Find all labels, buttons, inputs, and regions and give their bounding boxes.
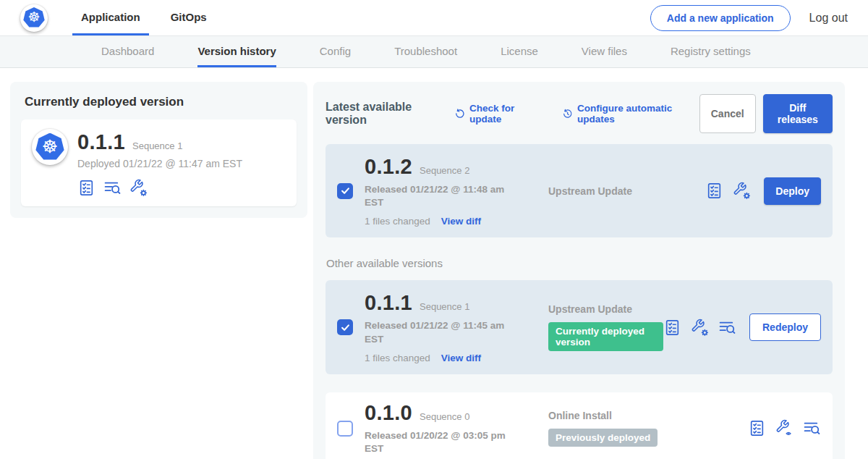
config-settings-icon[interactable] xyxy=(129,179,148,197)
version-source-label: Upstream Update xyxy=(548,185,705,197)
deployed-sequence-label: Sequence 1 xyxy=(132,140,182,151)
deployed-version-card: ☸ 0.1.1 Sequence 1 Deployed 01/21/22 @ 1… xyxy=(21,119,297,206)
deployed-timestamp: Deployed 01/21/22 @ 11:47 am EST xyxy=(77,158,242,169)
version-number: 0.1.1 xyxy=(365,291,412,315)
preflight-checks-icon[interactable] xyxy=(705,182,723,200)
version-number: 0.1.2 xyxy=(365,155,412,179)
tab-view-files[interactable]: View files xyxy=(582,36,627,67)
check-for-update-link[interactable]: Check for update xyxy=(454,103,542,125)
files-changed-label: 1 files changed xyxy=(365,353,430,363)
tab-config[interactable]: Config xyxy=(320,36,351,67)
refresh-icon xyxy=(454,108,465,120)
version-number: 0.1.0 xyxy=(365,401,412,425)
previously-deployed-badge: Previously deployed xyxy=(548,429,658,447)
version-checkbox[interactable] xyxy=(337,183,353,199)
tab-license[interactable]: License xyxy=(501,36,538,67)
deploy-logs-icon[interactable] xyxy=(103,179,122,197)
latest-available-title: Latest available version xyxy=(326,101,444,127)
sequence-label: Sequence 2 xyxy=(420,165,469,176)
currently-deployed-title: Currently deployed version xyxy=(25,95,297,109)
configure-updates-label: Configure automatic updates xyxy=(577,103,699,125)
redeploy-button[interactable]: Redeploy xyxy=(749,313,821,341)
tab-troubleshoot[interactable]: Troubleshoot xyxy=(394,36,457,67)
cancel-button[interactable]: Cancel xyxy=(699,94,756,133)
available-versions-panel: Latest available version Check for updat… xyxy=(313,82,845,459)
kubernetes-logo-icon: ☸ xyxy=(20,4,48,32)
sequence-label: Sequence 1 xyxy=(420,301,469,312)
config-settings-icon[interactable] xyxy=(733,182,751,200)
app-sub-nav: Dashboard Version history Config Trouble… xyxy=(0,36,868,68)
files-changed-label: 1 files changed xyxy=(365,216,430,227)
preflight-checks-icon[interactable] xyxy=(663,319,681,337)
top-nav: ☸ Application GitOps Add a new applicati… xyxy=(0,0,868,36)
version-checkbox[interactable] xyxy=(337,421,353,437)
view-diff-link[interactable]: View diff xyxy=(441,353,481,363)
deployed-version-number: 0.1.1 xyxy=(77,130,125,154)
released-timestamp: Released 01/20/22 @ 03:05 pm EST xyxy=(365,429,513,455)
app-logo: ☸ xyxy=(20,4,48,32)
version-row-0-1-0: 0.1.0 Sequence 0 Released 01/20/22 @ 03:… xyxy=(326,392,833,459)
released-timestamp: Released 01/21/22 @ 11:45 am EST xyxy=(365,319,513,345)
version-row-0-1-1: 0.1.1 Sequence 1 Released 01/21/22 @ 11:… xyxy=(326,280,833,374)
version-source-label: Upstream Update xyxy=(548,303,663,315)
kubernetes-app-icon: ☸ xyxy=(32,129,68,165)
version-checkbox[interactable] xyxy=(337,319,353,335)
diff-releases-button[interactable]: Diff releases xyxy=(763,94,833,133)
tab-registry-settings[interactable]: Registry settings xyxy=(671,36,751,67)
logout-button[interactable]: Log out xyxy=(809,12,848,25)
other-available-versions-title: Other available versions xyxy=(326,257,833,269)
currently-deployed-panel: Currently deployed version ☸ 0.1.1 Seque… xyxy=(10,82,307,218)
clock-refresh-icon xyxy=(562,108,573,120)
preflight-checks-icon[interactable] xyxy=(77,179,95,197)
main-content: Currently deployed version ☸ 0.1.1 Seque… xyxy=(0,68,868,459)
deploy-logs-icon[interactable] xyxy=(803,419,821,437)
add-new-application-button[interactable]: Add a new application xyxy=(650,5,791,31)
currently-deployed-badge: Currently deployed version xyxy=(548,322,663,351)
tab-application[interactable]: Application xyxy=(72,0,149,35)
configure-automatic-updates-link[interactable]: Configure automatic updates xyxy=(562,103,699,125)
tab-version-history[interactable]: Version history xyxy=(197,36,276,67)
sequence-label: Sequence 0 xyxy=(420,411,469,422)
version-source-label: Online Install xyxy=(548,410,748,421)
deploy-button[interactable]: Deploy xyxy=(764,177,821,205)
preflight-checks-icon[interactable] xyxy=(748,419,766,437)
config-settings-icon[interactable] xyxy=(691,319,709,337)
tab-gitops[interactable]: GitOps xyxy=(162,0,216,35)
deploy-logs-icon[interactable] xyxy=(718,319,736,337)
check-for-update-label: Check for update xyxy=(469,103,542,125)
tab-dashboard[interactable]: Dashboard xyxy=(101,36,154,67)
released-timestamp: Released 01/21/22 @ 11:48 am EST xyxy=(365,183,513,209)
top-tabs: Application GitOps xyxy=(72,0,229,35)
view-config-icon[interactable] xyxy=(775,419,793,437)
view-diff-link[interactable]: View diff xyxy=(441,216,481,227)
version-row-0-1-2: 0.1.2 Sequence 2 Released 01/21/22 @ 11:… xyxy=(326,144,833,237)
